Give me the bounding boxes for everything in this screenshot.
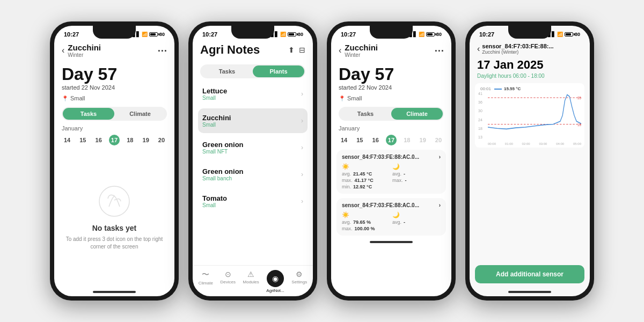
p3-location: 📍 Small: [331, 93, 451, 104]
settings-icon: ⚙: [296, 270, 303, 279]
phone-4: 10:27 ▋▋▋ 📶 80 ‹ sensor_84:F7:03:FE:88:.…: [465, 21, 594, 301]
cal3-day-18: 18: [401, 135, 412, 145]
p4-title-block: sensor_84:F7:03:FE:88:... Zucchini (Wint…: [482, 43, 553, 55]
sensor-min-day-1: 12.92 °C: [353, 184, 372, 189]
time-1: 10:27: [64, 31, 79, 38]
tabs-row-1: Tasks Climate: [62, 107, 167, 121]
p4-sensor-subtitle: Zucchini (Winter): [482, 49, 553, 55]
notch-1: [93, 26, 136, 39]
x-0500: 05:00: [573, 142, 581, 145]
chart-container: 00:01 15.55 °C 41 36 30 24 18 13: [475, 83, 584, 148]
cal-day-14: 14: [62, 135, 72, 145]
plant-type-lettuce: Small: [202, 95, 227, 101]
y-13: 13: [478, 135, 482, 139]
cal-day-18: 18: [125, 135, 135, 145]
battery-icon-3: [426, 32, 435, 36]
plant-item-tomato[interactable]: Tomato Small ›: [198, 189, 308, 214]
started-date-3: started 22 Nov 2024: [339, 84, 444, 91]
back-button-3[interactable]: ‹: [339, 46, 341, 55]
sensor-night-icon-row-1: 🌙: [392, 163, 441, 170]
sensor-avg-night-2: -: [404, 219, 405, 225]
p4-date: 17 Jan 2025: [470, 57, 590, 72]
notch-4: [508, 26, 551, 39]
sensor-chevron-2[interactable]: ›: [439, 202, 441, 208]
plant-item-greenonion2[interactable]: Green onion Small banch ›: [198, 162, 308, 187]
bottom-nav-2: 〜 Climate ⊙ Devices ⚠ Modules ◉ AgriNot.…: [193, 265, 313, 296]
sensor-max-row-1: max. 41.17 °C: [342, 178, 390, 183]
sensor-day-col-1: ☀️ avg. 21.45 °C max. 41.17 °C min. 12: [342, 163, 390, 189]
plant-list: Lettuce Small › Zucchini Small › Green o…: [193, 82, 313, 265]
plant-item-lettuce[interactable]: Lettuce Small ›: [198, 82, 308, 106]
p1-season: Winter: [68, 52, 101, 58]
p2-app-title: Agri Notes: [200, 43, 260, 57]
plant-type-zucchini: Small: [202, 122, 231, 128]
battery-num-3: 80: [436, 32, 442, 37]
chevron-greenonion1: ›: [301, 144, 303, 151]
sensor-max-day-1: 41.17 °C: [355, 178, 374, 183]
chart-x-axis: 00:00 01:00 02:00 03:00 04:00 05:00: [488, 142, 581, 145]
wifi-icon-4: 📶: [557, 32, 563, 37]
sensor-title-1: sensor_84:F7:03:FE:88:AC.0... ›: [342, 154, 441, 160]
tab-climate-1[interactable]: Climate: [114, 108, 166, 120]
notch-2: [231, 26, 274, 39]
plant-item-zucchini[interactable]: Zucchini Small ›: [198, 108, 308, 133]
sensor-max-night-1: -: [405, 178, 407, 183]
menu-dots-1[interactable]: ⋯: [157, 45, 167, 56]
tab-climate-3[interactable]: Climate: [391, 108, 443, 120]
sensor-day-col-2: ☀️ avg. 79.65 % max. 100.00 %: [342, 211, 390, 231]
chevron-lettuce: ›: [301, 90, 303, 98]
notch-3: [370, 26, 413, 39]
sensor-night-col-1: 🌙 avg. - max. -: [392, 163, 441, 189]
cal3-day-16: 16: [370, 135, 381, 145]
cal-day-19: 19: [141, 135, 151, 145]
plant-name-zucchini: Zucchini: [202, 114, 231, 122]
back-button-4[interactable]: ‹: [477, 44, 480, 54]
add-sensor-button[interactable]: Add additional sensor: [475, 265, 584, 283]
home-indicator-4: [508, 291, 551, 293]
plant-info-zucchini: Zucchini Small: [202, 114, 231, 128]
chart-spacer: [470, 150, 590, 261]
sensor-max-day-2: 100.00 %: [355, 226, 375, 231]
tab-tasks-3[interactable]: Tasks: [340, 108, 391, 120]
sensor-day-icon-row-1: ☀️: [342, 163, 390, 170]
cal3-day-14: 14: [339, 135, 349, 145]
share-icon-2[interactable]: ⬆: [288, 46, 295, 54]
tab-plants-2[interactable]: Plants: [253, 65, 304, 77]
sensor-card-2: sensor_84:F7:03:FE:88:AC.0... › ☀️ avg. …: [336, 198, 446, 236]
sensor-chevron-1[interactable]: ›: [439, 154, 441, 160]
chart-temp-label: 15.55 °C: [504, 86, 521, 91]
back-button-1[interactable]: ‹: [62, 46, 64, 55]
chevron-tomato: ›: [301, 197, 303, 205]
tab-tasks-2[interactable]: Tasks: [201, 65, 253, 77]
location-pin-1: 📍: [62, 96, 68, 101]
chevron-greenonion2: ›: [301, 171, 303, 178]
nav-agrinotes[interactable]: ◉ AgriNot...: [266, 270, 284, 293]
battery-pct-1: 80: [159, 32, 165, 37]
svg-text:35: 35: [577, 96, 581, 100]
battery-num-4: 80: [575, 32, 580, 37]
plant-item-greenonion1[interactable]: Green onion Small NFT ›: [198, 135, 308, 160]
filter-icon-2[interactable]: ⊟: [299, 46, 305, 54]
p3-title: Zucchini Winter: [345, 43, 378, 58]
tab-tasks-1[interactable]: Tasks: [63, 108, 114, 120]
p2-header: Agri Notes ⬆ ⊟: [193, 41, 313, 61]
cal3-day-17[interactable]: 17: [386, 135, 397, 145]
plant-decoration-icon: [98, 185, 130, 217]
month-label-1: January: [54, 124, 174, 133]
cal-day-17[interactable]: 17: [109, 135, 120, 145]
chart-legend: 15.55 °C: [494, 86, 521, 91]
nav-modules[interactable]: ⚠ Modules: [243, 270, 259, 293]
time-3: 10:27: [341, 31, 356, 38]
nav-settings[interactable]: ⚙ Settings: [291, 270, 307, 293]
p3-season: Winter: [345, 52, 378, 58]
nav-devices[interactable]: ⊙ Devices: [220, 270, 235, 293]
p1-header: ‹ Zucchini Winter ⋯: [54, 41, 174, 61]
moon-icon-2: 🌙: [392, 211, 400, 218]
menu-dots-3[interactable]: ⋯: [434, 45, 444, 56]
phone-2: 10:27 ▋▋▋ 📶 80 Agri Notes ⬆ ⊟ Tasks Plan…: [188, 21, 317, 301]
sensor-avg-day-1: 21.45 °C: [353, 171, 372, 177]
plant-name-greenonion2: Green onion: [202, 167, 244, 175]
p1-crop-name: Zucchini: [68, 43, 101, 52]
p3-day: Day 57 started 22 Nov 2024: [331, 61, 451, 93]
nav-climate[interactable]: 〜 Climate: [199, 270, 213, 293]
